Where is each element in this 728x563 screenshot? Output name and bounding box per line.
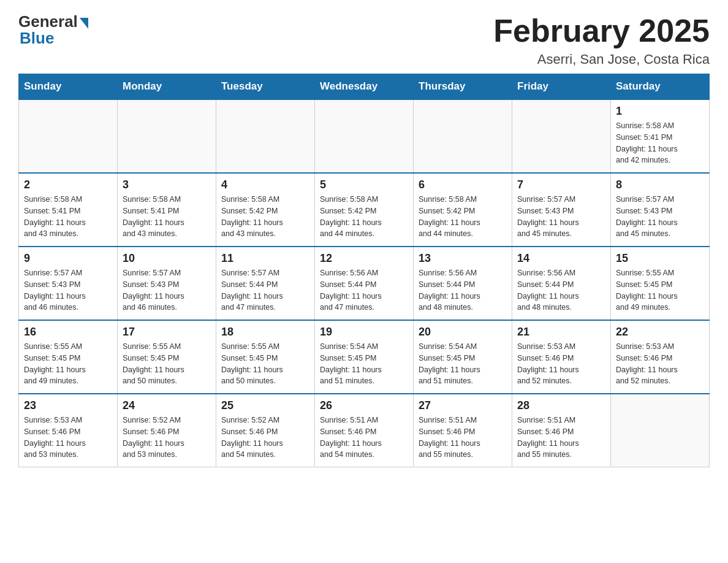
calendar-cell-w2-d3: 4Sunrise: 5:58 AMSunset: 5:42 PMDaylight… xyxy=(216,173,315,247)
calendar-cell-w1-d5 xyxy=(414,99,512,173)
day-info: Sunrise: 5:56 AMSunset: 5:44 PMDaylight:… xyxy=(517,267,605,313)
day-number: 13 xyxy=(419,252,507,265)
calendar-cell-w5-d4: 26Sunrise: 5:51 AMSunset: 5:46 PMDayligh… xyxy=(315,394,414,467)
day-number: 10 xyxy=(123,252,211,265)
day-info: Sunrise: 5:52 AMSunset: 5:46 PMDaylight:… xyxy=(221,415,309,461)
calendar-cell-w3-d7: 15Sunrise: 5:55 AMSunset: 5:45 PMDayligh… xyxy=(611,247,710,320)
calendar-cell-w4-d2: 17Sunrise: 5:55 AMSunset: 5:45 PMDayligh… xyxy=(118,320,216,394)
weekday-header-thursday: Thursday xyxy=(414,74,512,100)
day-number: 12 xyxy=(320,252,408,265)
day-number: 19 xyxy=(320,326,408,339)
week-row-5: 23Sunrise: 5:53 AMSunset: 5:46 PMDayligh… xyxy=(19,394,710,467)
calendar-table: SundayMondayTuesdayWednesdayThursdayFrid… xyxy=(18,74,710,467)
day-info: Sunrise: 5:58 AMSunset: 5:42 PMDaylight:… xyxy=(419,194,507,240)
day-info: Sunrise: 5:55 AMSunset: 5:45 PMDaylight:… xyxy=(616,267,704,313)
day-number: 21 xyxy=(517,326,605,339)
day-info: Sunrise: 5:55 AMSunset: 5:45 PMDaylight:… xyxy=(221,341,309,387)
day-info: Sunrise: 5:57 AMSunset: 5:43 PMDaylight:… xyxy=(123,267,211,313)
calendar-cell-w5-d6: 28Sunrise: 5:51 AMSunset: 5:46 PMDayligh… xyxy=(512,394,611,467)
calendar-cell-w2-d7: 8Sunrise: 5:57 AMSunset: 5:43 PMDaylight… xyxy=(611,173,710,247)
day-info: Sunrise: 5:57 AMSunset: 5:44 PMDaylight:… xyxy=(221,267,309,313)
day-info: Sunrise: 5:53 AMSunset: 5:46 PMDaylight:… xyxy=(24,415,112,461)
day-info: Sunrise: 5:58 AMSunset: 5:42 PMDaylight:… xyxy=(320,194,408,240)
calendar-cell-w1-d4 xyxy=(315,99,414,173)
day-number: 15 xyxy=(616,252,704,265)
calendar-cell-w1-d3 xyxy=(216,99,315,173)
calendar-cell-w2-d2: 3Sunrise: 5:58 AMSunset: 5:41 PMDaylight… xyxy=(118,173,216,247)
calendar-cell-w1-d7: 1Sunrise: 5:58 AMSunset: 5:41 PMDaylight… xyxy=(611,99,710,173)
logo: General Blue xyxy=(18,12,88,48)
day-info: Sunrise: 5:54 AMSunset: 5:45 PMDaylight:… xyxy=(419,341,507,387)
calendar-cell-w4-d3: 18Sunrise: 5:55 AMSunset: 5:45 PMDayligh… xyxy=(216,320,315,394)
calendar-cell-w5-d5: 27Sunrise: 5:51 AMSunset: 5:46 PMDayligh… xyxy=(414,394,512,467)
day-info: Sunrise: 5:53 AMSunset: 5:46 PMDaylight:… xyxy=(616,341,704,387)
day-number: 4 xyxy=(221,178,309,191)
calendar-cell-w2-d1: 2Sunrise: 5:58 AMSunset: 5:41 PMDaylight… xyxy=(19,173,118,247)
day-info: Sunrise: 5:51 AMSunset: 5:46 PMDaylight:… xyxy=(517,415,605,461)
calendar-cell-w5-d2: 24Sunrise: 5:52 AMSunset: 5:46 PMDayligh… xyxy=(118,394,216,467)
day-number: 11 xyxy=(221,252,309,265)
week-row-3: 9Sunrise: 5:57 AMSunset: 5:43 PMDaylight… xyxy=(19,247,710,320)
week-row-1: 1Sunrise: 5:58 AMSunset: 5:41 PMDaylight… xyxy=(19,99,710,173)
calendar-header: SundayMondayTuesdayWednesdayThursdayFrid… xyxy=(19,74,710,100)
day-number: 18 xyxy=(221,326,309,339)
day-number: 28 xyxy=(517,399,605,412)
calendar-cell-w1-d1 xyxy=(19,99,118,173)
calendar-cell-w3-d5: 13Sunrise: 5:56 AMSunset: 5:44 PMDayligh… xyxy=(414,247,512,320)
calendar-body: 1Sunrise: 5:58 AMSunset: 5:41 PMDaylight… xyxy=(19,99,710,467)
day-info: Sunrise: 5:51 AMSunset: 5:46 PMDaylight:… xyxy=(419,415,507,461)
day-info: Sunrise: 5:57 AMSunset: 5:43 PMDaylight:… xyxy=(24,267,112,313)
day-number: 8 xyxy=(616,178,704,191)
day-number: 23 xyxy=(24,399,112,412)
weekday-header-row: SundayMondayTuesdayWednesdayThursdayFrid… xyxy=(19,74,710,100)
day-info: Sunrise: 5:51 AMSunset: 5:46 PMDaylight:… xyxy=(320,415,408,461)
calendar-cell-w4-d7: 22Sunrise: 5:53 AMSunset: 5:46 PMDayligh… xyxy=(611,320,710,394)
calendar-cell-w2-d6: 7Sunrise: 5:57 AMSunset: 5:43 PMDaylight… xyxy=(512,173,611,247)
day-number: 25 xyxy=(221,399,309,412)
day-number: 20 xyxy=(419,326,507,339)
day-number: 6 xyxy=(419,178,507,191)
logo-blue-text: Blue xyxy=(20,29,54,48)
title-section: February 2025 Aserri, San Jose, Costa Ri… xyxy=(493,12,710,67)
day-info: Sunrise: 5:53 AMSunset: 5:46 PMDaylight:… xyxy=(517,341,605,387)
day-number: 14 xyxy=(517,252,605,265)
day-number: 16 xyxy=(24,326,112,339)
calendar-cell-w4-d5: 20Sunrise: 5:54 AMSunset: 5:45 PMDayligh… xyxy=(414,320,512,394)
day-info: Sunrise: 5:58 AMSunset: 5:42 PMDaylight:… xyxy=(221,194,309,240)
day-info: Sunrise: 5:58 AMSunset: 5:41 PMDaylight:… xyxy=(123,194,211,240)
day-info: Sunrise: 5:58 AMSunset: 5:41 PMDaylight:… xyxy=(616,120,704,166)
calendar-cell-w1-d6 xyxy=(512,99,611,173)
week-row-4: 16Sunrise: 5:55 AMSunset: 5:45 PMDayligh… xyxy=(19,320,710,394)
calendar-cell-w1-d2 xyxy=(118,99,216,173)
calendar-cell-w3-d4: 12Sunrise: 5:56 AMSunset: 5:44 PMDayligh… xyxy=(315,247,414,320)
day-number: 7 xyxy=(517,178,605,191)
day-info: Sunrise: 5:57 AMSunset: 5:43 PMDaylight:… xyxy=(616,194,704,240)
day-info: Sunrise: 5:55 AMSunset: 5:45 PMDaylight:… xyxy=(123,341,211,387)
calendar-cell-w3-d6: 14Sunrise: 5:56 AMSunset: 5:44 PMDayligh… xyxy=(512,247,611,320)
calendar-cell-w3-d2: 10Sunrise: 5:57 AMSunset: 5:43 PMDayligh… xyxy=(118,247,216,320)
day-info: Sunrise: 5:52 AMSunset: 5:46 PMDaylight:… xyxy=(123,415,211,461)
day-number: 5 xyxy=(320,178,408,191)
month-title: February 2025 xyxy=(493,12,710,49)
day-number: 3 xyxy=(123,178,211,191)
weekday-header-tuesday: Tuesday xyxy=(216,74,315,100)
day-info: Sunrise: 5:57 AMSunset: 5:43 PMDaylight:… xyxy=(517,194,605,240)
day-info: Sunrise: 5:56 AMSunset: 5:44 PMDaylight:… xyxy=(320,267,408,313)
weekday-header-saturday: Saturday xyxy=(611,74,710,100)
page-header: General Blue February 2025 Aserri, San J… xyxy=(18,12,710,67)
calendar-cell-w5-d3: 25Sunrise: 5:52 AMSunset: 5:46 PMDayligh… xyxy=(216,394,315,467)
day-info: Sunrise: 5:55 AMSunset: 5:45 PMDaylight:… xyxy=(24,341,112,387)
logo-arrow-icon xyxy=(80,18,88,29)
weekday-header-sunday: Sunday xyxy=(19,74,118,100)
weekday-header-wednesday: Wednesday xyxy=(315,74,414,100)
weekday-header-friday: Friday xyxy=(512,74,611,100)
day-number: 17 xyxy=(123,326,211,339)
calendar-cell-w2-d4: 5Sunrise: 5:58 AMSunset: 5:42 PMDaylight… xyxy=(315,173,414,247)
calendar-cell-w5-d1: 23Sunrise: 5:53 AMSunset: 5:46 PMDayligh… xyxy=(19,394,118,467)
day-number: 24 xyxy=(123,399,211,412)
calendar-cell-w2-d5: 6Sunrise: 5:58 AMSunset: 5:42 PMDaylight… xyxy=(414,173,512,247)
calendar-cell-w3-d3: 11Sunrise: 5:57 AMSunset: 5:44 PMDayligh… xyxy=(216,247,315,320)
day-info: Sunrise: 5:56 AMSunset: 5:44 PMDaylight:… xyxy=(419,267,507,313)
week-row-2: 2Sunrise: 5:58 AMSunset: 5:41 PMDaylight… xyxy=(19,173,710,247)
day-number: 27 xyxy=(419,399,507,412)
